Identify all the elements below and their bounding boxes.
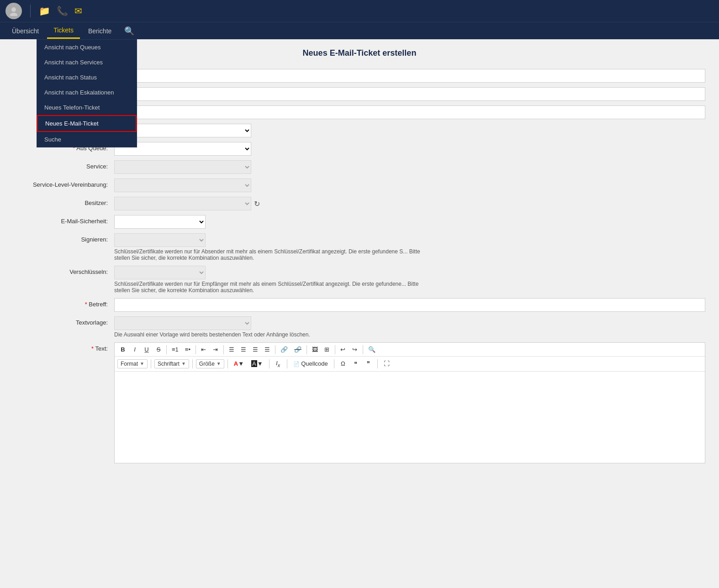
unlink-button[interactable]: 🔗 (291, 345, 304, 354)
source-button[interactable]: 📄 Quellcode (291, 359, 331, 368)
editor-body[interactable] (115, 372, 705, 463)
avatar[interactable] (5, 3, 22, 19)
groesse-dropdown[interactable]: Größe ▼ (196, 359, 224, 368)
sep1 (166, 345, 167, 354)
field-besitzer: ↻ (114, 197, 705, 210)
bold-button[interactable]: B (117, 345, 128, 354)
omega-button[interactable]: Ω (338, 359, 349, 368)
nav-tickets[interactable]: Tickets (47, 23, 80, 39)
align-justify-button[interactable]: ☰ (262, 345, 273, 354)
select-email-sicherheit[interactable] (114, 215, 206, 229)
refresh-icon[interactable]: ↻ (254, 200, 260, 208)
redo-button[interactable]: ↪ (349, 345, 360, 354)
navbar: Übersicht Tickets Berichte 🔍 (0, 22, 719, 39)
select-besitzer[interactable] (114, 197, 251, 210)
dropdown-item-neues-telefon-ticket[interactable]: Neues Telefon-Ticket (37, 100, 137, 115)
dropdown-item-suche[interactable]: Suche (37, 132, 137, 147)
field-typ (114, 124, 705, 137)
topbar-icons: 📁 📞 ✉ (39, 5, 82, 16)
select-signieren[interactable] (114, 233, 206, 247)
input-cc[interactable] (114, 87, 705, 101)
source-icon: 📄 (293, 361, 300, 367)
format-dropdown[interactable]: Format ▼ (117, 359, 148, 368)
find-button[interactable]: 🔍 (365, 345, 378, 354)
field-service (114, 160, 705, 174)
row-email-sicherheit: E-Mail-Sicherheit: (14, 215, 705, 229)
sep7 (363, 345, 363, 354)
editor-wrapper: B I U S ≡1 ≡• ⇤ ⇥ ☰ ☰ ☰ ☰ (114, 342, 705, 463)
input-bcc[interactable] (114, 105, 705, 119)
label-textvorlage: Textvorlage: (14, 316, 114, 326)
outdent-button[interactable]: ⇤ (198, 345, 209, 354)
table-button[interactable]: ⊞ (322, 345, 333, 354)
label-verschluesseln: Verschlüsseln: (14, 266, 114, 275)
label-service: Service: (14, 160, 114, 170)
sep9 (192, 359, 193, 368)
align-center-button[interactable]: ☰ (238, 345, 249, 354)
nav-berichte[interactable]: Berichte (82, 24, 118, 38)
field-signieren: Schlüssel/Zertifikate werden nur für Abs… (114, 233, 705, 261)
link-button[interactable]: 🔗 (278, 345, 291, 354)
sep3 (223, 345, 224, 354)
label-email-sicherheit: E-Mail-Sicherheit: (14, 215, 114, 225)
select-service[interactable] (114, 160, 251, 174)
besitzer-row: ↻ (114, 197, 705, 210)
sep4 (275, 345, 275, 354)
align-right-button[interactable]: ☰ (250, 345, 261, 354)
dropdown-item-ansicht-status[interactable]: Ansicht nach Status (37, 70, 137, 85)
image-button[interactable]: 🖼 (309, 345, 321, 354)
folder-icon[interactable]: 📁 (39, 5, 50, 16)
align-left-button[interactable]: ☰ (226, 345, 237, 354)
italic-button[interactable]: I (129, 345, 140, 354)
font-color-button[interactable]: A▼ (231, 359, 247, 368)
schriftart-dropdown[interactable]: Schriftart ▼ (154, 359, 189, 368)
select-sla[interactable] (114, 178, 251, 192)
indent-button[interactable]: ⇥ (210, 345, 221, 354)
field-cc (114, 87, 705, 101)
quote-button[interactable]: ❝ (350, 359, 361, 368)
field-aus-queue (114, 142, 705, 156)
search-icon[interactable]: 🔍 (120, 24, 139, 38)
field-text: B I U S ≡1 ≡• ⇤ ⇥ ☰ ☰ ☰ ☰ (114, 342, 705, 463)
underline-button[interactable]: U (141, 345, 152, 354)
unordered-list-button[interactable]: ≡• (182, 345, 193, 354)
row-signieren: Signieren: Schlüssel/Zertifikate werden … (14, 233, 705, 261)
field-textvorlage: Die Auswahl einer Vorlage wird bereits b… (114, 316, 705, 338)
remove-format-button[interactable]: Ix (273, 358, 284, 369)
label-text: * Text: (14, 342, 114, 352)
ordered-list-button[interactable]: ≡1 (169, 345, 181, 354)
sign-info-text: Schlüssel/Zertifikate werden nur für Abs… (114, 248, 425, 261)
svg-point-0 (11, 7, 16, 12)
input-betreff[interactable] (114, 298, 705, 312)
dropdown-item-ansicht-queues[interactable]: Ansicht nach Queues (37, 40, 137, 55)
schriftart-label: Schriftart (158, 361, 180, 367)
unquote-button[interactable]: ❞ (363, 359, 374, 368)
label-sla: Service-Level-Vereinbarung: (14, 178, 114, 188)
dropdown-item-ansicht-services[interactable]: Ansicht nach Services (37, 55, 137, 70)
row-betreff: * Betreff: (14, 298, 705, 312)
groesse-chevron: ▼ (217, 361, 221, 366)
dropdown-item-neues-email-ticket[interactable]: Neues E-Mail-Ticket (37, 115, 137, 132)
row-textvorlage: Textvorlage: Die Auswahl einer Vorlage w… (14, 316, 705, 338)
sep12 (287, 359, 287, 368)
bg-color-button[interactable]: A▼ (248, 359, 266, 368)
format-label: Format (121, 361, 138, 367)
groesse-label: Größe (199, 361, 215, 367)
dropdown-item-ansicht-eskalationen[interactable]: Ansicht nach Eskalationen (37, 85, 137, 100)
label-signieren: Signieren: (14, 233, 114, 243)
mail-icon[interactable]: ✉ (74, 5, 82, 16)
fullscreen-button[interactable]: ⛶ (381, 359, 392, 368)
sep6 (335, 345, 335, 354)
select-verschluesseln[interactable] (114, 266, 206, 279)
dropdown-menu: Ansicht nach Queues Ansicht nach Service… (37, 39, 137, 147)
phone-icon[interactable]: 📞 (57, 5, 68, 16)
nav-uebersicht[interactable]: Übersicht (5, 24, 45, 38)
strikethrough-button[interactable]: S (153, 345, 164, 354)
field-an-kundenbenutzer (114, 69, 705, 83)
sep10 (227, 359, 228, 368)
select-textvorlage[interactable] (114, 316, 251, 330)
input-an-kundenbenutzer[interactable] (114, 69, 705, 83)
toolbar-row2: Format ▼ Schriftart ▼ Größe ▼ (115, 357, 705, 372)
toolbar-row1: B I U S ≡1 ≡• ⇤ ⇥ ☰ ☰ ☰ ☰ (115, 343, 705, 357)
undo-button[interactable]: ↩ (338, 345, 349, 354)
